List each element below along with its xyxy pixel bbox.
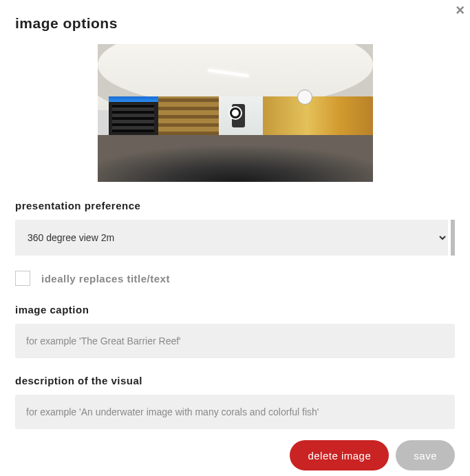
replaces-title-checkbox[interactable] (15, 271, 30, 286)
close-icon[interactable]: × (456, 3, 464, 18)
delete-image-button[interactable]: delete image (290, 440, 389, 470)
dialog-actions: delete image save (15, 440, 455, 470)
presentation-label: presentation preference (15, 200, 455, 211)
dialog-title: image options (15, 15, 455, 32)
image-preview[interactable] (98, 44, 373, 182)
save-button[interactable]: save (396, 440, 455, 470)
image-options-dialog: × image options presentation preference … (0, 0, 470, 476)
description-input[interactable] (15, 395, 455, 429)
select-handle[interactable] (451, 220, 455, 256)
presentation-select[interactable]: 360 degree view 2m (15, 220, 448, 256)
caption-label: image caption (15, 304, 455, 315)
hotspot-icon[interactable] (230, 107, 241, 118)
caption-input[interactable] (15, 324, 455, 358)
replaces-title-label: ideally replaces title/text (41, 273, 170, 284)
description-label: description of the visual (15, 375, 455, 386)
image-preview-container (15, 44, 455, 182)
